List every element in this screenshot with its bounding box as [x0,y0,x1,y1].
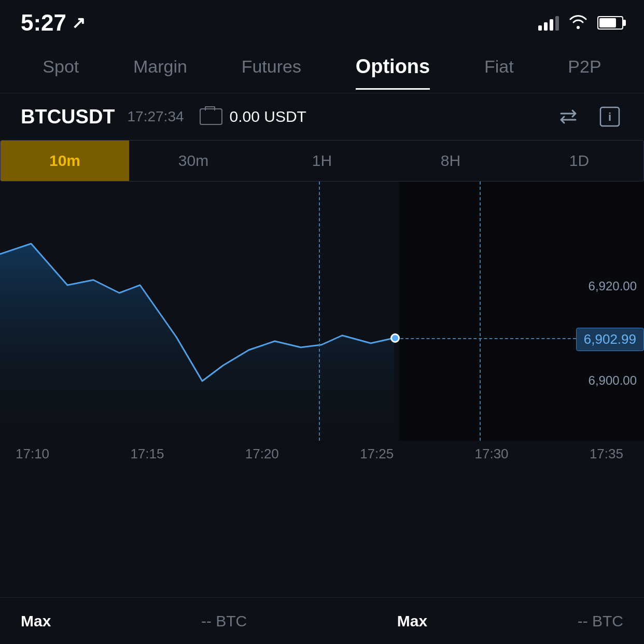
time-display: 5:27 [21,10,66,36]
price-chart[interactable]: 6,920.00 6,902.99 6,900.00 [0,181,644,441]
time-label-1: 17:15 [130,446,164,467]
bottom-footer: Max -- BTC Max -- BTC [0,597,644,644]
tab-fiat[interactable]: Fiat [484,57,514,89]
time-btn-10m[interactable]: 10m [1,141,129,181]
time-label-2: 17:20 [245,446,279,467]
time-btn-1h[interactable]: 1H [258,141,386,181]
footer-btc-value-2: -- BTC [578,612,623,630]
status-bar: 5:27 ↗ [0,0,644,41]
balance-value: 0.00 USDT [230,108,306,125]
time-label-3: 17:25 [360,446,394,467]
info-icon[interactable]: i [596,103,623,130]
status-icons [538,13,623,33]
footer-max-label-1: Max [21,612,51,630]
tab-p2p[interactable]: P2P [568,57,601,89]
time-label-4: 17:30 [475,446,509,467]
time-axis: 17:10 17:15 17:20 17:25 17:30 17:35 [0,441,644,472]
time-label-5: 17:35 [590,446,623,467]
battery-icon [597,16,623,30]
price-label-high: 6,920.00 [589,279,637,293]
time-label-0: 17:10 [16,446,49,467]
wallet-icon [200,108,222,125]
footer-btc-value-1: -- BTC [201,612,247,630]
price-dot [390,333,400,343]
balance-area: 0.00 USDT [200,108,555,125]
svg-text:i: i [608,110,611,123]
price-label-low: 6,900.00 [589,373,637,388]
transfer-icon[interactable] [555,103,582,130]
header-row: BTCUSDT 17:27:34 0.00 USDT i [0,93,644,140]
footer-max-label-2: Max [397,612,427,630]
status-time: 5:27 ↗ [21,10,86,36]
tab-futures[interactable]: Futures [242,57,301,89]
price-label-current: 6,902.99 [576,328,644,351]
tab-options[interactable]: Options [356,55,430,90]
nav-tabs: Spot Margin Futures Options Fiat P2P [0,41,644,93]
time-btn-1d[interactable]: 1D [515,141,643,181]
location-icon: ↗ [72,13,86,33]
wifi-icon [568,13,588,33]
header-actions: i [555,103,623,130]
time-btn-8h[interactable]: 8H [386,141,515,181]
tab-margin[interactable]: Margin [133,57,187,89]
tab-spot[interactable]: Spot [43,57,79,89]
time-selector: 10m 30m 1H 8H 1D [0,140,644,181]
market-timestamp: 17:27:34 [128,108,184,125]
trading-pair: BTCUSDT [21,106,115,128]
time-btn-30m[interactable]: 30m [129,141,258,181]
signal-bars-icon [538,15,559,31]
